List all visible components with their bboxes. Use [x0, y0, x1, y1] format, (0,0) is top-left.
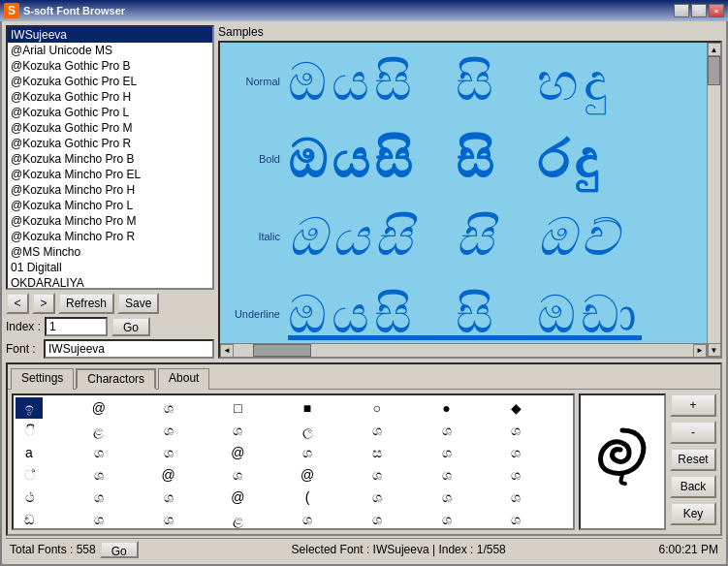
char-cell[interactable]: ශ — [155, 509, 182, 530]
index-go-button[interactable]: Go — [111, 317, 150, 336]
font-list-item[interactable]: @Arial Unicode MS — [8, 43, 212, 58]
close-button[interactable]: × — [709, 4, 724, 17]
char-cell[interactable]: ් — [16, 464, 43, 486]
index-input[interactable] — [45, 317, 108, 336]
char-cell[interactable]: ශ — [85, 464, 112, 486]
font-listbox[interactable]: IWSujeeva@Arial Unicode MS@Kozuka Gothic… — [6, 25, 214, 290]
char-cell[interactable]: ශ — [364, 464, 391, 486]
char-cell[interactable]: ශ — [155, 420, 182, 441]
plus-button[interactable]: + — [670, 393, 716, 417]
char-cell[interactable]: ල — [294, 420, 321, 441]
sample-scroll-area[interactable]: Normal ඔයසි සි හදු Bold ඔයසි සි රදු Ital… — [220, 43, 720, 357]
status-go-button[interactable]: Go — [100, 541, 139, 558]
minus-button[interactable]: - — [670, 421, 716, 444]
char-cell[interactable]: ශ — [502, 509, 529, 530]
font-list-item[interactable]: OKDARALIYA — [8, 275, 212, 290]
font-list-item[interactable]: @Kozuka Gothic Pro M — [8, 120, 212, 136]
char-cell[interactable]: ළ — [224, 509, 251, 530]
char-cell[interactable]: ඩ — [16, 509, 43, 530]
font-list-item[interactable]: @MS Mincho — [8, 244, 212, 260]
char-cell[interactable]: @ — [155, 464, 182, 486]
minimize-button[interactable]: _ — [674, 4, 689, 17]
char-cell[interactable]: ■ — [294, 397, 321, 419]
font-list-item[interactable]: @Kozuka Gothic Pro B — [8, 58, 212, 74]
char-cell[interactable]: ශ — [155, 487, 182, 508]
char-cell[interactable]: ශ — [433, 420, 460, 441]
char-cell[interactable]: ශ — [502, 442, 529, 463]
char-cell[interactable]: ශ — [85, 509, 112, 530]
font-list-item[interactable]: @Kozuka Gothic Pro H — [8, 89, 212, 105]
normal-label: Normal — [225, 76, 288, 87]
back-button[interactable]: Back — [670, 475, 716, 498]
char-cell[interactable]: ශ — [155, 442, 182, 463]
tab-about[interactable]: About — [158, 368, 209, 390]
tab-charactors[interactable]: Charactors — [76, 368, 156, 390]
font-list-item[interactable]: @Kozuka Mincho Pro R — [8, 229, 212, 244]
char-cell[interactable]: ශ — [364, 509, 391, 530]
maximize-button[interactable]: □ — [691, 4, 707, 17]
char-cell[interactable]: ි — [16, 420, 43, 441]
char-cell[interactable]: a — [16, 442, 43, 463]
sample-vscrollbar[interactable]: ▲ ▼ — [707, 43, 720, 357]
char-cell[interactable]: ශ — [224, 464, 251, 486]
save-button[interactable]: Save — [117, 293, 159, 314]
char-cell[interactable]: @ — [85, 397, 112, 419]
reset-button[interactable]: Reset — [670, 448, 716, 471]
char-cell[interactable]: ශ — [433, 464, 460, 486]
left-panel: IWSujeeva@Arial Unicode MS@Kozuka Gothic… — [6, 25, 214, 359]
font-list-item[interactable]: @Kozuka Mincho Pro L — [8, 198, 212, 213]
font-list-item[interactable]: 01 Digitall — [8, 260, 212, 275]
char-cell[interactable]: ශ — [155, 397, 182, 419]
char-cell[interactable]: ශ — [502, 464, 529, 486]
key-button[interactable]: Key — [670, 502, 716, 525]
char-cell[interactable]: @ — [224, 487, 251, 508]
font-list-item[interactable]: @Kozuka Gothic Pro EL — [8, 74, 212, 89]
char-cell[interactable]: ශ — [433, 509, 460, 530]
prev-button[interactable]: < — [6, 293, 29, 314]
char-cell[interactable]: ○ — [364, 397, 391, 419]
next-button[interactable]: > — [32, 293, 55, 314]
bold-label: Bold — [225, 153, 288, 165]
refresh-button[interactable]: Refresh — [58, 293, 114, 314]
char-cell[interactable]: ශ — [85, 442, 112, 463]
char-cell[interactable]: ◆ — [502, 397, 529, 419]
char-cell[interactable]: ශ — [364, 487, 391, 508]
char-preview-glyph — [588, 421, 656, 503]
font-list-item[interactable]: @Kozuka Mincho Pro B — [8, 151, 212, 167]
bold-chars: ඔයසි සි රදු — [288, 133, 603, 185]
char-cell[interactable]: ශ — [433, 487, 460, 508]
font-list-item[interactable]: @Kozuka Mincho Pro EL — [8, 167, 212, 182]
tab-settings[interactable]: Settings — [11, 368, 74, 390]
char-cell[interactable]: @ — [224, 442, 251, 463]
char-cell[interactable]: ( — [294, 487, 321, 508]
font-list-item[interactable]: @Kozuka Mincho Pro H — [8, 182, 212, 198]
font-list-item[interactable]: @Kozuka Mincho Pro M — [8, 213, 212, 229]
font-list-item[interactable]: @Kozuka Gothic Pro L — [8, 105, 212, 120]
font-list-item[interactable]: IWSujeeva — [8, 27, 212, 43]
char-cell[interactable]: ළ — [85, 420, 112, 441]
char-cell[interactable]: ● — [433, 397, 460, 419]
char-cell[interactable]: @ — [294, 464, 321, 486]
total-fonts-area: Total Fonts : 558 Go — [10, 541, 139, 558]
char-cell[interactable]: ඉ — [16, 397, 43, 419]
char-cell[interactable]: ශ — [85, 487, 112, 508]
index-row: Index : Go — [6, 317, 214, 336]
italic-label: Italic — [225, 231, 288, 242]
char-cell[interactable]: ශ — [294, 442, 321, 463]
char-cell[interactable]: ථ — [16, 487, 43, 508]
char-cell[interactable]: ශ — [502, 420, 529, 441]
sample-hscrollbar[interactable]: ◄ ► — [220, 343, 707, 357]
samples-label: Samples — [218, 25, 722, 39]
char-cell[interactable]: □ — [224, 397, 251, 419]
selected-info: Selected Font : IWSujeeva | Index : 1/55… — [292, 543, 506, 556]
char-cell[interactable]: ස — [364, 442, 391, 463]
tab-content-charactors: ඉ@ශ□■○●◆ිළශශලශශශaශශ@ශසශශ්ශ@ශ@ශශශථශශ@(ශශශ… — [8, 389, 720, 534]
char-cell[interactable]: ශ — [364, 420, 391, 441]
chars-grid[interactable]: ඉ@ශ□■○●◆ිළශශලශශශaශශ@ශසශශ්ශ@ශ@ශශශථශශ@(ශශශ… — [12, 393, 575, 530]
font-list-item[interactable]: @Kozuka Gothic Pro R — [8, 136, 212, 151]
char-cell[interactable]: ශ — [502, 487, 529, 508]
char-cell[interactable]: ශ — [433, 442, 460, 463]
char-cell[interactable]: ශ — [224, 420, 251, 441]
tab-bar: Settings Charactors About — [8, 364, 720, 389]
char-cell[interactable]: ශ — [294, 509, 321, 530]
